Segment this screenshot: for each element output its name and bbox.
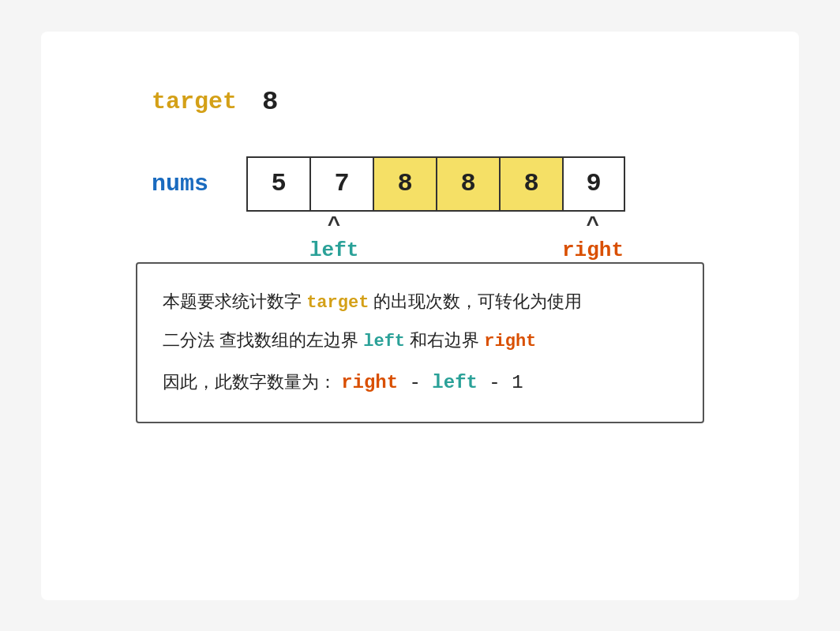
pointer-left: ^ left	[309, 215, 358, 262]
info-left-keyword: left	[363, 332, 405, 351]
right-caret: ^	[587, 215, 600, 237]
formula-right: right	[341, 372, 398, 393]
nums-row: nums 5 7 8 8 8 9	[152, 156, 752, 212]
info-line3-prefix: 因此，此数字数量为：	[163, 372, 341, 392]
info-line-1: 本题要求统计数字 target 的出现次数，可转化为使用	[163, 286, 677, 319]
info-line1-prefix: 本题要求统计数字	[163, 291, 306, 311]
cell-0: 5	[246, 156, 309, 212]
info-right-keyword: right	[484, 332, 536, 351]
info-line-3: 因此，此数字数量为： right - left - 1	[163, 366, 677, 400]
cell-2: 8	[373, 156, 436, 212]
info-line1-suffix: 的出现次数，可转化为使用	[369, 291, 582, 311]
target-row: target 8	[152, 87, 752, 117]
info-line2-prefix: 二分法 查找数组的左边界	[163, 330, 363, 350]
formula-minus2: - 1	[478, 372, 523, 393]
target-label: target	[152, 88, 246, 115]
left-caret: ^	[328, 215, 341, 237]
info-box: 本题要求统计数字 target 的出现次数，可转化为使用 二分法 查找数组的左边…	[136, 262, 704, 423]
info-line2-middle: 和右边界	[405, 330, 484, 350]
info-line-2: 二分法 查找数组的左边界 left 和右边界 right	[163, 325, 677, 358]
nums-label: nums	[152, 171, 246, 197]
main-container: target 8 nums 5 7 8 8 8 9 ^ left ^ right…	[41, 32, 799, 600]
cell-1: 7	[309, 156, 373, 212]
info-target-keyword: target	[306, 293, 369, 313]
cell-3: 8	[436, 156, 499, 212]
right-label: right	[562, 239, 624, 262]
formula-minus1: -	[398, 372, 432, 393]
cell-5: 9	[562, 156, 625, 212]
cell-4: 8	[499, 156, 562, 212]
pointer-right: ^ right	[562, 215, 624, 262]
left-label: left	[309, 239, 358, 262]
formula-left: left	[432, 372, 478, 393]
array-container: 5 7 8 8 8 9	[246, 156, 625, 212]
target-value: 8	[262, 87, 278, 117]
